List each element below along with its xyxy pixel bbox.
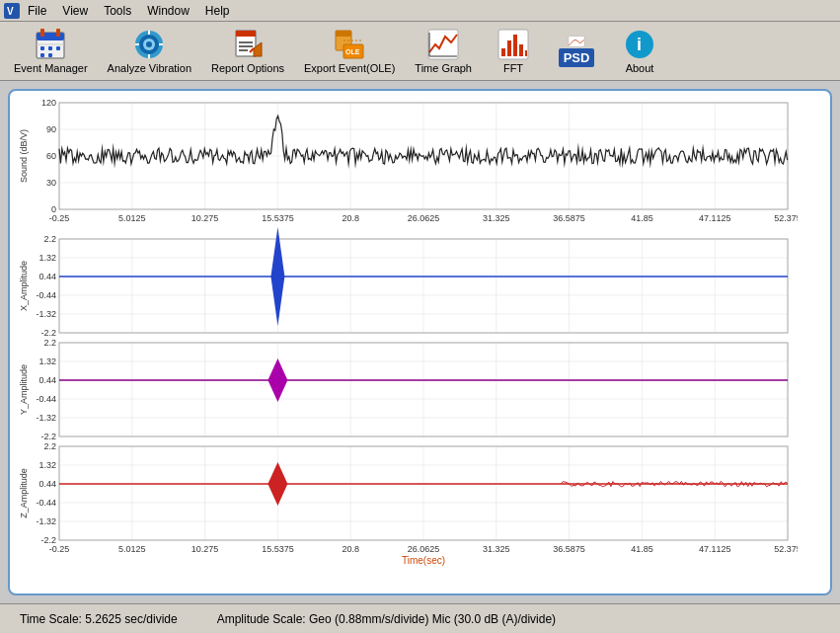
event-manager-button[interactable]: Event Manager xyxy=(6,25,96,78)
menu-view[interactable]: View xyxy=(54,2,96,20)
export-icon: OLE xyxy=(334,29,365,60)
svg-rect-8 xyxy=(48,46,52,50)
about-icon: i xyxy=(624,29,655,60)
svg-rect-21 xyxy=(236,31,256,37)
about-button[interactable]: i About xyxy=(610,25,669,78)
svg-text:OLE: OLE xyxy=(345,48,360,55)
svg-rect-4 xyxy=(40,29,44,37)
analyze-vibration-label: Analyze Vibration xyxy=(108,62,191,74)
fft-button[interactable]: FFT xyxy=(484,25,543,78)
svg-rect-5 xyxy=(56,29,60,37)
main-chart-canvas xyxy=(18,99,798,583)
svg-rect-11 xyxy=(48,53,52,57)
svg-rect-37 xyxy=(507,40,511,56)
svg-rect-40 xyxy=(525,50,527,56)
svg-rect-9 xyxy=(56,46,60,50)
psd-icon: PSD xyxy=(561,36,592,67)
about-label: About xyxy=(626,62,654,74)
time-scale-label: Time Scale: 5.2625 sec/divide xyxy=(20,612,178,626)
amplitude-scale-label: Amplitude Scale: Geo (0.88mm/s/divide) M… xyxy=(217,612,556,626)
menu-help[interactable]: Help xyxy=(197,2,238,20)
psd-text-label: PSD xyxy=(559,48,595,67)
svg-point-15 xyxy=(146,41,152,47)
time-graph-label: Time Graph xyxy=(415,62,472,74)
svg-rect-28 xyxy=(336,31,351,37)
report-icon xyxy=(232,29,264,60)
svg-rect-10 xyxy=(40,53,44,57)
svg-rect-38 xyxy=(513,35,517,56)
menu-file[interactable]: File xyxy=(20,2,54,20)
fft-icon xyxy=(497,29,529,60)
event-manager-label: Event Manager xyxy=(14,62,88,74)
analyze-vibration-button[interactable]: Analyze Vibration xyxy=(100,25,199,78)
svg-rect-32 xyxy=(428,30,458,59)
statusbar: Time Scale: 5.2625 sec/divide Amplitude … xyxy=(0,603,840,633)
psd-button[interactable]: PSD xyxy=(547,32,606,71)
svg-rect-7 xyxy=(40,46,44,50)
svg-text:V: V xyxy=(7,6,14,17)
report-options-label: Report Options xyxy=(211,62,284,74)
report-options-button[interactable]: Report Options xyxy=(203,25,292,78)
menu-window[interactable]: Window xyxy=(139,2,197,20)
time-graph-button[interactable]: Time Graph xyxy=(407,25,480,78)
calendar-icon xyxy=(35,29,66,60)
export-event-button[interactable]: OLE Export Event(OLE) xyxy=(296,25,403,78)
svg-rect-36 xyxy=(501,48,505,56)
analyze-icon xyxy=(133,29,165,60)
toolbar: Event Manager Analyze Vibration xyxy=(0,22,840,81)
app-icon: V xyxy=(4,3,20,19)
export-event-label: Export Event(OLE) xyxy=(304,62,395,74)
chart-container xyxy=(8,89,832,595)
menu-tools[interactable]: Tools xyxy=(96,2,139,20)
fft-label: FFT xyxy=(503,62,523,74)
main-content xyxy=(0,81,840,603)
menubar: V File View Tools Window Help xyxy=(0,0,840,22)
svg-text:i: i xyxy=(637,35,642,54)
svg-rect-39 xyxy=(519,44,523,56)
timegraph-icon xyxy=(427,29,459,60)
